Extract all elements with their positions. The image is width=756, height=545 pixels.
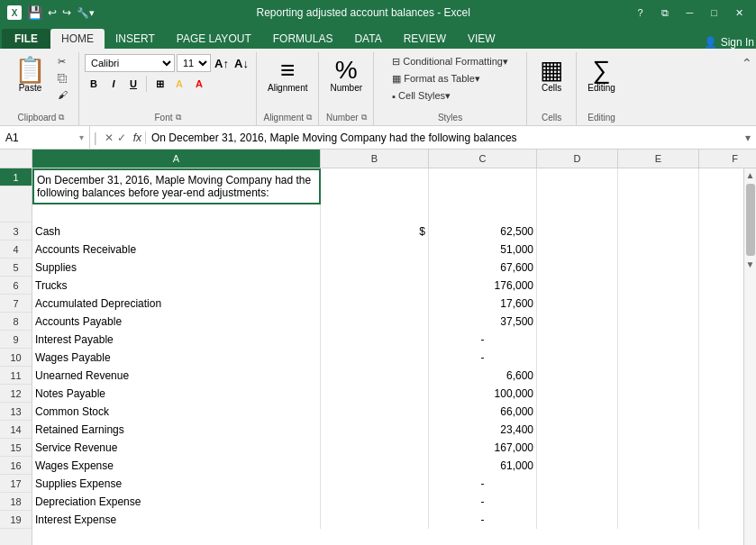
cut-button[interactable]: ✂: [53, 54, 73, 69]
cell-b3[interactable]: $: [321, 223, 429, 241]
number-menu-button[interactable]: % Number: [324, 54, 368, 96]
tab-file[interactable]: FILE: [2, 29, 50, 49]
row-header-14[interactable]: 14: [0, 421, 32, 439]
row-header-9[interactable]: 9: [0, 331, 32, 349]
cell-d1[interactable]: [537, 168, 618, 204]
cell-d11[interactable]: [537, 367, 618, 385]
alignment-menu-button[interactable]: ≡ Alignment: [262, 54, 313, 96]
cell-d15[interactable]: [537, 439, 618, 457]
cell-c18[interactable]: -: [429, 493, 537, 511]
cell-a8[interactable]: Accounts Payable: [32, 313, 321, 331]
format-as-table-button[interactable]: ▦ Format as Table▾: [387, 71, 485, 86]
cell-styles-button[interactable]: ▪ Cell Styles▾: [387, 88, 455, 104]
border-button[interactable]: ⊞: [150, 75, 169, 93]
cell-e6[interactable]: [618, 277, 699, 295]
cell-b17[interactable]: [321, 475, 429, 493]
row-header-19[interactable]: 19: [0, 511, 32, 529]
cell-d12[interactable]: [537, 385, 618, 403]
cell-a14[interactable]: Retained Earnings: [32, 421, 321, 439]
cell-b4[interactable]: [321, 241, 429, 259]
row-header-6[interactable]: 6: [0, 277, 32, 295]
cell-b16[interactable]: [321, 457, 429, 475]
formula-input[interactable]: [146, 132, 740, 144]
format-painter-button[interactable]: 🖌: [53, 87, 73, 102]
cell-a3[interactable]: Cash: [32, 223, 321, 241]
cell-d9[interactable]: [537, 331, 618, 349]
cell-d16[interactable]: [537, 457, 618, 475]
font-grow-button[interactable]: A↑: [213, 54, 231, 72]
cell-c5[interactable]: 67,600: [429, 259, 537, 277]
cell-a6[interactable]: Trucks: [32, 277, 321, 295]
row-header-18[interactable]: 18: [0, 493, 32, 511]
cell-e17[interactable]: [618, 475, 699, 493]
cells-menu-button[interactable]: ▦ Cells: [533, 54, 570, 96]
editing-menu-button[interactable]: ∑ Editing: [582, 54, 621, 96]
cell-d2[interactable]: [537, 204, 618, 223]
tab-view[interactable]: VIEW: [457, 29, 506, 49]
cell-c7[interactable]: 17,600: [429, 295, 537, 313]
cell-e12[interactable]: [618, 385, 699, 403]
cell-e4[interactable]: [618, 241, 699, 259]
cell-e7[interactable]: [618, 295, 699, 313]
quick-access-more[interactable]: 🔧▾: [77, 7, 95, 19]
col-header-a[interactable]: A: [32, 150, 321, 168]
maximize-btn[interactable]: □: [706, 5, 723, 20]
tab-insert[interactable]: INSERT: [105, 29, 166, 49]
quick-access-undo[interactable]: ↩: [48, 6, 57, 19]
cell-c11[interactable]: 6,600: [429, 367, 537, 385]
cell-b14[interactable]: [321, 421, 429, 439]
cell-a4[interactable]: Accounts Receivable: [32, 241, 321, 259]
help-btn[interactable]: ?: [632, 5, 648, 20]
cell-e14[interactable]: [618, 421, 699, 439]
cell-d5[interactable]: [537, 259, 618, 277]
cell-d6[interactable]: [537, 277, 618, 295]
cell-d4[interactable]: [537, 241, 618, 259]
underline-button[interactable]: U: [124, 75, 142, 93]
fill-color-button[interactable]: A: [170, 75, 188, 93]
cell-d13[interactable]: [537, 403, 618, 421]
cell-b7[interactable]: [321, 295, 429, 313]
col-header-e[interactable]: E: [618, 150, 699, 168]
cell-b9[interactable]: [321, 331, 429, 349]
row-header-1[interactable]: 1: [0, 168, 32, 186]
row-header-12[interactable]: 12: [0, 385, 32, 403]
cell-a9[interactable]: Interest Payable: [32, 331, 321, 349]
cell-b12[interactable]: [321, 385, 429, 403]
cell-b2[interactable]: [321, 204, 429, 223]
tab-review[interactable]: REVIEW: [393, 29, 457, 49]
cell-a12[interactable]: Notes Payable: [32, 385, 321, 403]
cell-c2[interactable]: [429, 204, 537, 223]
bold-button[interactable]: B: [85, 75, 103, 93]
minimize-btn[interactable]: ─: [681, 5, 699, 20]
quick-access-save[interactable]: 💾: [27, 5, 42, 20]
cell-b6[interactable]: [321, 277, 429, 295]
font-shrink-button[interactable]: A↓: [232, 54, 250, 72]
number-launcher-icon[interactable]: ⧉: [361, 113, 367, 123]
cell-e10[interactable]: [618, 349, 699, 367]
cell-c16[interactable]: 61,000: [429, 457, 537, 475]
vertical-scrollbar[interactable]: ▲ ▼: [743, 168, 756, 545]
cell-d14[interactable]: [537, 421, 618, 439]
tab-home[interactable]: HOME: [50, 29, 105, 49]
cancel-formula-icon[interactable]: ✕: [105, 132, 114, 144]
cell-b18[interactable]: [321, 493, 429, 511]
tab-page-layout[interactable]: PAGE LAYOUT: [166, 29, 262, 49]
cell-c4[interactable]: 51,000: [429, 241, 537, 259]
scroll-thumb[interactable]: [746, 184, 755, 256]
row-header-7[interactable]: 7: [0, 295, 32, 313]
cell-c13[interactable]: 66,000: [429, 403, 537, 421]
cell-c17[interactable]: -: [429, 475, 537, 493]
cell-a18[interactable]: Depreciation Expense: [32, 493, 321, 511]
copy-button[interactable]: ⿻: [53, 71, 73, 86]
cell-b11[interactable]: [321, 367, 429, 385]
cell-a10[interactable]: Wages Payable: [32, 349, 321, 367]
cell-e3[interactable]: [618, 223, 699, 241]
cell-a1[interactable]: On December 31, 2016, Maple Moving Compa…: [32, 168, 321, 204]
cell-c15[interactable]: 167,000: [429, 439, 537, 457]
row-header-2[interactable]: [0, 186, 32, 223]
cell-a13[interactable]: Common Stock: [32, 403, 321, 421]
cell-d8[interactable]: [537, 313, 618, 331]
cell-c8[interactable]: 37,500: [429, 313, 537, 331]
cell-b19[interactable]: [321, 511, 429, 529]
cell-e1[interactable]: [618, 168, 699, 204]
